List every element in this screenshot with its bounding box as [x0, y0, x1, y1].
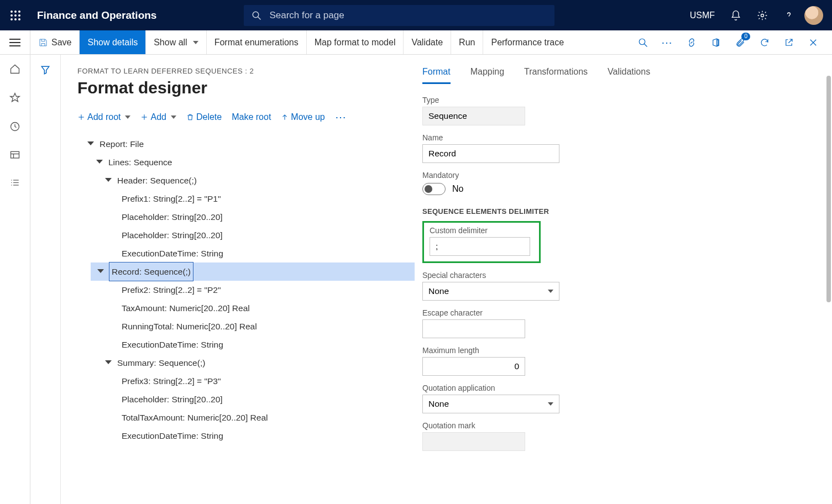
escape-character-label: Escape character [422, 308, 821, 317]
caret-icon [105, 178, 112, 182]
chevron-down-icon [548, 290, 553, 293]
help-icon[interactable] [778, 4, 800, 27]
scrollbar[interactable] [826, 76, 831, 302]
home-icon[interactable] [9, 64, 20, 77]
svg-point-8 [18, 18, 20, 20]
waffle-icon[interactable] [0, 10, 30, 21]
plus-icon [140, 113, 148, 121]
show-details-button[interactable]: Show details [80, 30, 146, 54]
tree-node[interactable]: Header: Sequence(;) [77, 171, 415, 190]
delete-button[interactable]: Delete [186, 112, 222, 122]
tree-node[interactable]: TaxAmount: Numeric[20..20] Real [77, 299, 415, 317]
tree-node[interactable]: Report: File [77, 135, 415, 153]
tab-mapping[interactable]: Mapping [470, 67, 504, 84]
tree-node[interactable]: ExecutionDateTime: String [77, 427, 415, 445]
link-icon[interactable] [681, 32, 703, 54]
search-icon[interactable] [632, 32, 654, 54]
star-icon[interactable] [9, 92, 20, 106]
bell-icon[interactable] [725, 4, 747, 27]
add-root-button[interactable]: Add root [77, 112, 130, 122]
save-icon [38, 38, 48, 48]
tree-node[interactable]: Placeholder: String[20..20] [77, 390, 415, 408]
search-input[interactable]: Search for a page [244, 5, 554, 26]
custom-delimiter-field[interactable]: ; [430, 237, 530, 256]
hamburger-icon[interactable] [0, 30, 30, 54]
cmdbar-right: ⋯ 0 [632, 30, 832, 54]
performance-trace-button[interactable]: Performance trace [483, 30, 572, 54]
validate-button[interactable]: Validate [404, 30, 451, 54]
tree-node[interactable]: Prefix3: String[2..2] = "P3" [77, 372, 415, 390]
command-bar: Save Show details Show all Format enumer… [0, 30, 832, 55]
svg-point-4 [14, 14, 17, 17]
caret-icon [87, 141, 94, 145]
page-title: Format designer [77, 78, 415, 97]
workspace-icon[interactable] [9, 150, 20, 163]
special-characters-select[interactable]: None [422, 282, 559, 301]
format-tree: Report: File Lines: Sequence Header: Seq… [77, 135, 415, 445]
designer: FORMAT TO LEARN DEFERRED SEQUENCES : 2 F… [61, 55, 832, 504]
move-up-button[interactable]: Move up [281, 112, 325, 122]
popout-icon[interactable] [778, 32, 800, 54]
custom-delimiter-label: Custom delimiter [430, 226, 533, 235]
left-panel: FORMAT TO LEARN DEFERRED SEQUENCES : 2 F… [61, 55, 415, 504]
clock-icon[interactable] [9, 121, 20, 134]
details-tabs: Format Mapping Transformations Validatio… [422, 67, 821, 85]
app-title: Finance and Operations [37, 9, 156, 22]
tree-node[interactable]: Summary: Sequence(;) [77, 354, 415, 372]
tab-transformations[interactable]: Transformations [524, 67, 588, 84]
tree-node[interactable]: Lines: Sequence [77, 153, 415, 171]
office-icon[interactable] [705, 32, 727, 54]
company-code[interactable]: USMF [684, 11, 720, 20]
svg-line-16 [644, 44, 647, 46]
svg-point-1 [14, 11, 17, 13]
tab-format[interactable]: Format [422, 67, 451, 84]
tree-node[interactable]: RunningTotal: Numeric[20..20] Real [77, 317, 415, 335]
tree-node[interactable]: ExecutionDateTime: String [77, 244, 415, 262]
refresh-icon[interactable] [753, 32, 776, 54]
avatar[interactable] [804, 6, 823, 25]
more-icon[interactable]: ⋯ [656, 32, 678, 54]
svg-point-0 [11, 11, 13, 13]
tree-node[interactable]: TotalTaxAmount: Numeric[20..20] Real [77, 408, 415, 427]
toggle-track [422, 183, 446, 195]
filter-icon[interactable] [40, 65, 51, 504]
mandatory-toggle[interactable]: No [422, 183, 821, 195]
gear-icon[interactable] [751, 4, 773, 27]
save-button[interactable]: Save [30, 30, 80, 54]
chevron-down-icon [548, 402, 553, 406]
quotation-application-select[interactable]: None [422, 395, 559, 413]
make-root-button[interactable]: Make root [232, 112, 271, 122]
tree-node[interactable]: Prefix2: String[2..2] = "P2" [77, 281, 415, 299]
tree-node[interactable]: Prefix1: String[2..2] = "P1" [77, 190, 415, 208]
tree-node[interactable]: ExecutionDateTime: String [77, 335, 415, 354]
plus-icon [77, 113, 85, 121]
tree-node[interactable]: Placeholder: String[20..20] [77, 208, 415, 226]
escape-character-field[interactable] [422, 319, 525, 338]
map-format-button[interactable]: Map format to model [307, 30, 404, 54]
svg-point-9 [253, 12, 259, 18]
format-enumerations-button[interactable]: Format enumerations [207, 30, 307, 54]
add-button[interactable]: Add [140, 112, 176, 122]
run-button[interactable]: Run [451, 30, 483, 54]
close-icon[interactable] [802, 32, 824, 54]
svg-point-5 [18, 14, 20, 17]
mandatory-label: Mandatory [422, 171, 821, 180]
svg-point-3 [11, 14, 13, 17]
chevron-down-icon [193, 41, 198, 44]
svg-point-7 [14, 18, 17, 20]
attachments-icon[interactable]: 0 [729, 32, 751, 54]
tree-node-selected[interactable]: Record: Sequence(;) [91, 262, 415, 281]
tree-node[interactable]: Placeholder: String[20..20] [77, 226, 415, 244]
svg-rect-20 [11, 151, 19, 158]
show-all-button[interactable]: Show all [146, 30, 206, 54]
maximum-length-field[interactable]: 0 [422, 357, 525, 376]
quotation-application-label: Quotation application [422, 384, 821, 392]
modules-icon[interactable] [9, 179, 20, 191]
name-field[interactable]: Record [422, 144, 559, 163]
type-field: Sequence [422, 107, 525, 125]
toggle-thumb [425, 185, 432, 193]
chevron-down-icon [125, 116, 130, 119]
quotation-mark-field[interactable] [422, 432, 525, 451]
tree-more-icon[interactable]: ⋯ [335, 111, 347, 124]
tab-validations[interactable]: Validations [608, 67, 650, 84]
